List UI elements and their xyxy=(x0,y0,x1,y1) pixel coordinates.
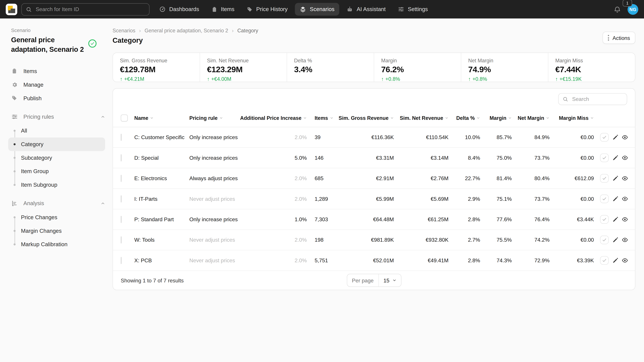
breadcrumb-scenarios[interactable]: Scenarios xyxy=(112,28,135,33)
cell-delta: 2.8% xyxy=(448,257,480,264)
global-search-input[interactable] xyxy=(35,6,145,13)
sidebar-item-subcategory[interactable]: Subcategory xyxy=(11,151,105,164)
cell-margin-miss: €3.44K xyxy=(550,216,594,223)
edit-pencil-icon[interactable] xyxy=(612,237,618,243)
row-checkbox[interactable] xyxy=(121,216,122,223)
sidebar-item-all[interactable]: All xyxy=(11,124,105,137)
nav-item-settings[interactable]: Settings xyxy=(393,3,433,15)
box-icon xyxy=(11,68,18,74)
edit-pencil-icon[interactable] xyxy=(612,196,618,202)
column-header-name[interactable]: Name xyxy=(134,115,189,121)
column-header-pricing-rule[interactable]: Pricing rule xyxy=(189,115,245,121)
cell-net-margin: 73.7% xyxy=(512,155,550,161)
global-search[interactable] xyxy=(21,3,150,15)
column-header-sim-net-revenue[interactable]: Sim. Net Revenue xyxy=(394,115,448,121)
sidebar-item-item-subgroup[interactable]: Item Subgroup xyxy=(11,178,105,192)
column-header-margin-miss[interactable]: Margin Miss xyxy=(550,115,594,121)
row-checkbox[interactable] xyxy=(121,154,122,161)
row-checkbox[interactable] xyxy=(121,175,122,182)
cell-sim-net-revenue: €49.41M xyxy=(394,257,448,264)
cell-items: 198 xyxy=(307,237,333,243)
notification-count-badge: 1 xyxy=(623,0,632,6)
view-eye-icon[interactable] xyxy=(622,257,628,264)
column-header-delta[interactable]: Delta % xyxy=(448,115,480,121)
select-all-checkbox[interactable] xyxy=(121,114,128,121)
edit-pencil-icon[interactable] xyxy=(612,175,618,181)
sidebar-item-items[interactable]: Items xyxy=(11,64,105,78)
approve-button[interactable] xyxy=(600,133,608,141)
row-checkbox[interactable] xyxy=(121,257,122,264)
actions-button-label: Actions xyxy=(612,35,630,41)
gauge-icon xyxy=(159,6,166,12)
approve-button[interactable] xyxy=(600,215,608,224)
results-count: Showing 1 to 7 of 7 results xyxy=(121,277,184,283)
cell-margin-miss: €0.00 xyxy=(550,237,594,243)
view-eye-icon[interactable] xyxy=(622,134,628,140)
nav-item-dashboards[interactable]: Dashboards xyxy=(154,3,204,15)
row-checkbox[interactable] xyxy=(121,134,122,141)
per-page-control[interactable]: Per page 15 xyxy=(347,274,401,287)
view-eye-icon[interactable] xyxy=(622,175,628,182)
cell-items: 146 xyxy=(307,155,333,161)
edit-pencil-icon[interactable] xyxy=(612,155,618,161)
edit-pencil-icon[interactable] xyxy=(612,217,618,222)
column-header-net-margin[interactable]: Net Margin xyxy=(512,115,550,121)
cell-delta: 22.7% xyxy=(448,175,480,182)
sort-chevron-icon xyxy=(303,116,307,120)
notification-bell-icon[interactable] xyxy=(614,5,621,13)
up-arrow-icon: ↑ xyxy=(207,76,210,82)
sidebar-item-category[interactable]: Category xyxy=(8,137,105,151)
view-eye-icon[interactable] xyxy=(622,237,628,243)
approve-button[interactable] xyxy=(600,236,608,244)
column-header-label: Name xyxy=(134,115,148,121)
table-search[interactable] xyxy=(558,93,627,105)
cell-sim-gross-revenue: €116.36K xyxy=(333,134,394,140)
per-page-label: Per page xyxy=(347,274,379,286)
table-search-input[interactable] xyxy=(572,95,623,102)
edit-pencil-icon[interactable] xyxy=(612,134,618,140)
kpi-margin-miss: Margin Miss €7.44K ↑+€15.19K xyxy=(548,53,635,82)
column-header-additional-price-increase[interactable]: Additional Price Increase xyxy=(245,115,307,121)
cell-name: D: Special xyxy=(134,155,189,161)
approve-button[interactable] xyxy=(600,195,608,203)
sidebar-item-price-changes[interactable]: Price Changes xyxy=(11,210,105,224)
bullet-dot xyxy=(14,243,16,245)
column-header-sim-gross-revenue[interactable]: Sim. Gross Revenue xyxy=(333,115,394,121)
breadcrumb-scenario[interactable]: General price adaptation, Scenario 2 xyxy=(144,28,228,33)
sidebar-item-margin-changes[interactable]: Margin Changes xyxy=(11,224,105,238)
cell-items: 5,751 xyxy=(307,257,333,264)
sidebar-item-item-group[interactable]: Item Group xyxy=(11,164,105,178)
nav-item-scenarios[interactable]: Scenarios xyxy=(295,3,340,15)
sidebar-item-manage[interactable]: Manage xyxy=(11,78,105,91)
column-header-margin[interactable]: Margin xyxy=(480,115,512,121)
approve-button[interactable] xyxy=(600,256,608,265)
kpi-delta: +€15.19K xyxy=(560,76,582,82)
kpi-value: 76.2% xyxy=(381,65,454,74)
breadcrumb-category[interactable]: Category xyxy=(237,28,258,33)
cell-sim-net-revenue: €61.25M xyxy=(394,216,448,223)
sidebar-item-publish[interactable]: Publish xyxy=(11,91,105,105)
pricing-rules-header[interactable]: Pricing rules xyxy=(11,110,105,123)
approve-button[interactable] xyxy=(600,174,608,183)
nav-item-price-history[interactable]: Price History xyxy=(242,3,292,15)
scenario-published-check-icon xyxy=(88,39,96,48)
view-eye-icon[interactable] xyxy=(622,216,628,223)
kpi-value: €123.29M xyxy=(207,65,280,74)
nav-item-label: Scenarios xyxy=(310,6,334,12)
cell-margin: 75.5% xyxy=(480,237,512,243)
column-header-items[interactable]: Items xyxy=(307,115,333,121)
approve-button[interactable] xyxy=(600,153,608,162)
nav-item-items[interactable]: Items xyxy=(206,3,239,15)
analysis-header[interactable]: Analysis xyxy=(11,196,105,210)
edit-pencil-icon[interactable] xyxy=(612,258,618,263)
sidebar-item-markup-calibration[interactable]: Markup Calibration xyxy=(11,238,105,251)
actions-button[interactable]: Actions xyxy=(603,32,636,44)
cell-pricing-rule: Always adjust prices xyxy=(189,175,245,182)
view-eye-icon[interactable] xyxy=(622,155,628,161)
search-icon xyxy=(26,6,32,12)
nav-item-ai-assistant[interactable]: AI Assistant xyxy=(342,3,390,15)
cell-pricing-rule: Only increase prices xyxy=(189,134,245,140)
row-checkbox[interactable] xyxy=(121,195,122,202)
row-checkbox[interactable] xyxy=(121,237,122,244)
view-eye-icon[interactable] xyxy=(622,196,628,202)
